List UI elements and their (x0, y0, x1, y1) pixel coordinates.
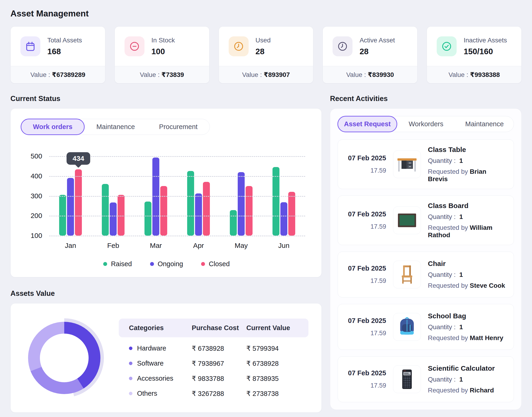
stat-card-active-asset: Active Asset 28 Value : ₹839930 (323, 26, 417, 83)
activity-item-scientific-calculator[interactable]: 07 Feb 2025 17.59 (338, 356, 514, 402)
school-bag-image (393, 313, 421, 341)
bar-raised-feb[interactable] (102, 184, 109, 236)
activity-title: School Bag (428, 312, 503, 320)
bar-closed-may[interactable] (246, 186, 252, 236)
bar-ongoing-feb[interactable] (110, 202, 117, 236)
activity-date: 07 Feb 2025 (348, 317, 386, 324)
bar-closed-feb[interactable] (118, 195, 125, 236)
activity-date: 07 Feb 2025 (348, 210, 386, 218)
y-axis-tick: 100 (21, 232, 42, 240)
bar-ongoing-jun[interactable] (280, 202, 287, 236)
stat-value: Value : ₹67389289 (11, 66, 105, 83)
bar-raised-jan[interactable] (59, 195, 66, 236)
bar-raised-jun[interactable] (272, 167, 280, 236)
stat-value: Value : ₹839930 (323, 66, 417, 83)
tab-maintanence[interactable]: Maintanence (455, 116, 514, 132)
tab-workorders[interactable]: Workorders (397, 116, 455, 132)
x-axis-label: May (220, 242, 262, 250)
bar-ongoing-apr[interactable] (195, 193, 202, 236)
stat-count: 28 (359, 47, 395, 56)
gridline (49, 176, 305, 177)
category-dot (129, 362, 132, 365)
asset-management-dashboard: Asset Management Total Assets 168 Value … (0, 0, 532, 417)
activity-requested-by: Requested by Steve Cook (428, 282, 505, 289)
stat-label: Inactive Assets (464, 37, 507, 44)
chart-plot-area: 434 500400300200100 (49, 156, 305, 236)
legend-dot (201, 262, 205, 266)
tab-work-orders[interactable]: Work orders (21, 119, 85, 135)
bar-closed-mar[interactable] (160, 186, 167, 236)
bar-closed-apr[interactable] (203, 182, 210, 236)
x-axis-label: Jun (262, 242, 305, 250)
legend-item-ongoing[interactable]: Ongoing (150, 260, 183, 268)
work-orders-bar-chart: 434 500400300200100 JanFebMarAprMayJun (49, 156, 305, 250)
activity-time: 17.59 (370, 330, 386, 337)
stat-count: 150/160 (464, 47, 507, 56)
calendar-icon (21, 36, 40, 56)
x-axis-label: Feb (92, 242, 134, 250)
category-dot (129, 392, 132, 395)
clock-icon (229, 36, 249, 56)
stat-count: 28 (256, 47, 271, 56)
bar-raised-mar[interactable] (144, 202, 152, 236)
stat-card-total-assets: Total Assets 168 Value : ₹67389289 (11, 26, 105, 83)
stat-card-in-stock: In Stock 100 Value : ₹73839 (115, 26, 209, 83)
x-axis-label: Jan (49, 242, 92, 250)
y-axis-tick: 300 (21, 192, 42, 200)
bar-ongoing-mar[interactable] (152, 157, 159, 236)
gridline (49, 216, 305, 216)
tab-procurement[interactable]: Procurement (147, 119, 210, 135)
bar-closed-jan[interactable] (75, 169, 82, 236)
tab-asset-request[interactable]: Asset Request (337, 116, 397, 132)
stat-count: 100 (152, 47, 175, 56)
x-axis-label: Mar (134, 242, 177, 250)
category-dot (129, 377, 132, 380)
minus-circle-icon (125, 36, 144, 56)
stat-cards-row: Total Assets 168 Value : ₹67389289 In St… (11, 26, 521, 83)
table-row: Accessories ₹ 9833788 ₹ 8738935 (119, 367, 308, 383)
activity-quantity: Quantity : 1 (428, 271, 505, 279)
assets-value-donut-chart (25, 318, 104, 397)
activity-time: 17.59 (370, 277, 386, 284)
gridline (49, 236, 305, 236)
bar-ongoing-jan[interactable] (67, 178, 74, 236)
activity-item-class-board[interactable]: 07 Feb 2025 17.59 Class Board Quantity :… (338, 196, 514, 245)
chart-legend: RaisedOngoingClosed (21, 260, 312, 268)
x-axis-label: Apr (177, 242, 220, 250)
bar-ongoing-may[interactable] (238, 172, 245, 236)
y-axis-tick: 400 (21, 172, 42, 180)
stat-value: Value : ₹893907 (219, 66, 313, 83)
clock-icon (333, 36, 352, 56)
stat-label: In Stock (152, 37, 175, 44)
activity-item-school-bag[interactable]: 07 Feb 2025 17.59 (338, 304, 514, 350)
current-status-title: Current Status (11, 94, 322, 103)
activity-quantity: Quantity : 1 (428, 323, 503, 331)
stat-count: 168 (47, 47, 82, 56)
y-axis-tick: 500 (21, 152, 42, 160)
bar-raised-apr[interactable] (187, 171, 194, 236)
bar-closed-jun[interactable] (288, 192, 295, 236)
activity-title: Scientific Calculator (428, 365, 495, 372)
legend-item-raised[interactable]: Raised (103, 260, 132, 268)
legend-item-closed[interactable]: Closed (201, 260, 230, 268)
bar-raised-may[interactable] (230, 210, 237, 236)
activity-requested-by: Requested by Richard (428, 387, 495, 394)
tab-maintanence[interactable]: Maintanence (84, 119, 147, 135)
legend-dot (150, 262, 154, 266)
activity-time: 17.59 (370, 167, 386, 174)
activity-date: 07 Feb 2025 (348, 265, 386, 272)
donut-hole (40, 334, 89, 382)
stat-value: Value : ₹9938388 (427, 66, 521, 83)
gridline (49, 196, 305, 197)
chart-tooltip: 434 (66, 152, 90, 165)
table-row: Hardware ₹ 6738928 ₹ 5799394 (119, 337, 308, 352)
table-row: Software ₹ 7938967 ₹ 6738928 (119, 352, 308, 367)
stat-label: Active Asset (359, 37, 395, 44)
activity-item-class-table[interactable]: 07 Feb 2025 17.59 (338, 139, 514, 189)
y-axis-tick: 200 (21, 212, 42, 220)
assets-value-table: Categories Purchase Cost Current Value H… (119, 319, 308, 397)
activity-date: 07 Feb 2025 (348, 369, 386, 377)
recent-activities-panel: Asset Request Workorders Maintanence 07 … (330, 108, 521, 410)
activity-item-chair[interactable]: 07 Feb 2025 17.59 Chair (338, 251, 514, 297)
assets-value-title: Assets Value (11, 289, 322, 298)
